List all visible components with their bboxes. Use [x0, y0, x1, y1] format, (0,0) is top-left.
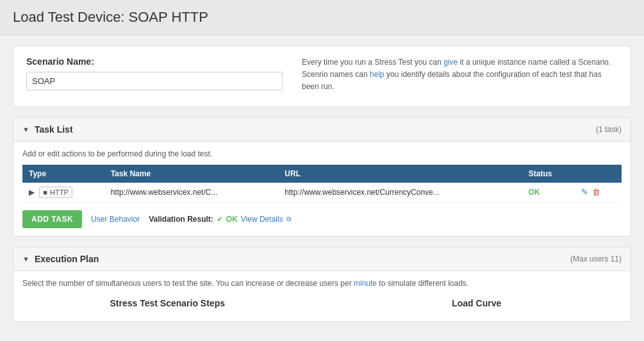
table-row: ▶ ■ HTTP http://www.webservicex.net/C...… — [22, 183, 622, 203]
execution-plan-body: Select the number of simultaneous users … — [13, 271, 631, 321]
execution-col-curve: Load Curve — [332, 298, 622, 313]
minute-link[interactable]: minute — [354, 279, 377, 288]
validation-label: Validation Result: — [149, 215, 213, 224]
execution-plan-chevron-icon[interactable]: ▼ — [22, 255, 29, 263]
task-list-title: Task List — [35, 124, 73, 135]
scenario-help-text: Every time you run a Stress Test you can… — [302, 56, 618, 94]
curve-col-title: Load Curve — [332, 298, 622, 308]
execution-col-steps: Stress Test Scenario Steps — [22, 298, 313, 313]
add-task-button[interactable]: ADD TASK — [22, 210, 82, 228]
row-actions: ✎ 🗑 — [575, 183, 622, 203]
task-footer: ADD TASK User Behavior Validation Result… — [22, 210, 622, 228]
task-list-meta: (1 task) — [596, 125, 622, 134]
scenario-section: Scenario Name: Every time you run a Stre… — [13, 46, 631, 107]
task-table: Type Task Name URL Status ▶ ■ HTTP — [22, 165, 622, 203]
row-type-cell: ▶ ■ HTTP — [22, 183, 104, 203]
give-link[interactable]: give — [443, 58, 458, 67]
col-status: Status — [522, 165, 575, 183]
user-behavior-link[interactable]: User Behavior — [91, 215, 140, 224]
task-list-header: ▼ Task List (1 task) — [13, 118, 631, 142]
task-type-badge: ■ HTTP — [39, 187, 72, 198]
edit-icon[interactable]: ✎ — [581, 187, 588, 197]
task-list-description: Add or edit actions to be performed duri… — [22, 149, 622, 158]
page-content: Scenario Name: Every time you run a Stre… — [0, 35, 644, 332]
execution-description: Select the number of simultaneous users … — [22, 279, 622, 288]
external-link-icon: ⧉ — [286, 215, 291, 223]
task-list-chevron-icon[interactable]: ▼ — [22, 126, 29, 133]
execution-plan-header-left: ▼ Execution Plan — [22, 254, 99, 264]
task-list-body: Add or edit actions to be performed duri… — [13, 142, 631, 236]
page-title: Load Test Device: SOAP HTTP — [13, 9, 631, 26]
scenario-left: Scenario Name: — [26, 56, 283, 90]
execution-plan-header: ▼ Execution Plan (Max users 11) — [13, 247, 631, 271]
col-url: URL — [278, 165, 522, 183]
validation-status: OK — [226, 215, 238, 224]
task-type-label: HTTP — [50, 188, 69, 196]
check-icon: ✔ — [217, 215, 223, 224]
execution-plan-title: Execution Plan — [35, 254, 99, 264]
row-status: OK — [522, 183, 575, 203]
doc-icon: ■ — [43, 188, 47, 196]
execution-plan-meta: (Max users 11) — [570, 254, 622, 263]
steps-col-title: Stress Test Scenario Steps — [22, 298, 313, 308]
scenario-name-input[interactable] — [26, 72, 283, 90]
row-task-name: http://www.webservicex.net/C... — [104, 183, 279, 203]
col-type: Type — [22, 165, 104, 183]
task-table-header-row: Type Task Name URL Status — [22, 165, 622, 183]
delete-icon[interactable]: 🗑 — [592, 187, 600, 197]
scenario-name-label: Scenario Name: — [26, 56, 283, 67]
view-details-link[interactable]: View Details — [241, 215, 283, 224]
help-link[interactable]: help — [370, 70, 384, 79]
validation-result: Validation Result: ✔ OK View Details ⧉ — [149, 215, 291, 224]
action-icons-container: ✎ 🗑 — [581, 187, 615, 197]
row-url: http://www.webservicex.net/CurrencyConve… — [278, 183, 522, 203]
col-task-name: Task Name — [104, 165, 279, 183]
task-list-header-left: ▼ Task List — [22, 124, 73, 135]
execution-plan-panel: ▼ Execution Plan (Max users 11) Select t… — [13, 247, 631, 322]
execution-columns: Stress Test Scenario Steps Load Curve — [22, 298, 622, 313]
row-expand-icon[interactable]: ▶ — [29, 188, 35, 197]
task-list-panel: ▼ Task List (1 task) Add or edit actions… — [13, 117, 631, 237]
page-header: Load Test Device: SOAP HTTP — [0, 0, 644, 35]
col-actions — [575, 165, 622, 183]
